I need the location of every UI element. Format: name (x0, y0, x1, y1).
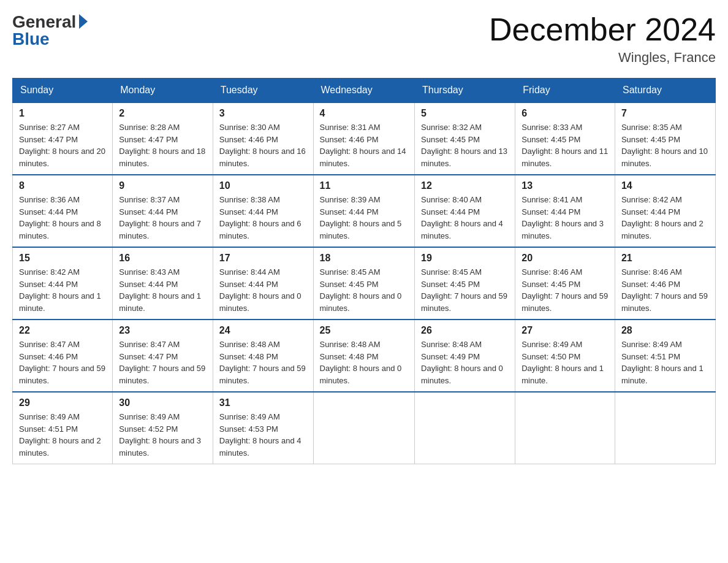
day-info: Sunrise: 8:47 AMSunset: 4:47 PMDaylight:… (119, 340, 205, 385)
month-title: December 2024 (489, 12, 716, 47)
calendar-cell (313, 392, 415, 464)
day-number: 25 (320, 325, 409, 336)
week-row-5: 29 Sunrise: 8:49 AMSunset: 4:51 PMDaylig… (13, 392, 716, 464)
day-number: 22 (19, 325, 106, 336)
calendar-cell: 16 Sunrise: 8:43 AMSunset: 4:44 PMDaylig… (113, 247, 213, 320)
day-info: Sunrise: 8:42 AMSunset: 4:44 PMDaylight:… (621, 195, 703, 240)
day-info: Sunrise: 8:42 AMSunset: 4:44 PMDaylight:… (19, 267, 101, 313)
day-info: Sunrise: 8:39 AMSunset: 4:44 PMDaylight:… (320, 195, 402, 240)
day-info: Sunrise: 8:36 AMSunset: 4:44 PMDaylight:… (19, 195, 101, 240)
day-number: 10 (219, 180, 307, 191)
day-info: Sunrise: 8:49 AMSunset: 4:52 PMDaylight:… (119, 412, 201, 458)
calendar-cell: 27 Sunrise: 8:49 AMSunset: 4:50 PMDaylig… (515, 320, 615, 392)
calendar-cell: 21 Sunrise: 8:46 AMSunset: 4:46 PMDaylig… (615, 247, 715, 320)
day-number: 1 (19, 108, 106, 119)
day-number: 7 (621, 108, 709, 119)
day-info: Sunrise: 8:30 AMSunset: 4:46 PMDaylight:… (219, 123, 306, 168)
calendar-cell: 22 Sunrise: 8:47 AMSunset: 4:46 PMDaylig… (13, 320, 113, 392)
day-info: Sunrise: 8:49 AMSunset: 4:53 PMDaylight:… (219, 412, 301, 458)
week-row-1: 1 Sunrise: 8:27 AMSunset: 4:47 PMDayligh… (13, 102, 716, 175)
calendar-cell: 30 Sunrise: 8:49 AMSunset: 4:52 PMDaylig… (113, 392, 213, 464)
day-number: 21 (621, 253, 709, 264)
week-row-3: 15 Sunrise: 8:42 AMSunset: 4:44 PMDaylig… (13, 247, 716, 320)
day-info: Sunrise: 8:37 AMSunset: 4:44 PMDaylight:… (119, 195, 201, 240)
day-number: 18 (320, 253, 409, 264)
day-info: Sunrise: 8:46 AMSunset: 4:46 PMDaylight:… (621, 267, 708, 313)
day-number: 29 (19, 397, 106, 408)
day-number: 8 (19, 180, 106, 191)
day-info: Sunrise: 8:48 AMSunset: 4:48 PMDaylight:… (219, 340, 306, 385)
calendar-cell: 18 Sunrise: 8:45 AMSunset: 4:45 PMDaylig… (313, 247, 415, 320)
logo-blue-text: Blue (12, 29, 88, 49)
calendar-cell: 13 Sunrise: 8:41 AMSunset: 4:44 PMDaylig… (515, 175, 615, 247)
week-row-4: 22 Sunrise: 8:47 AMSunset: 4:46 PMDaylig… (13, 320, 716, 392)
calendar-cell: 3 Sunrise: 8:30 AMSunset: 4:46 PMDayligh… (213, 102, 313, 175)
location: Wingles, France (489, 50, 716, 66)
day-info: Sunrise: 8:40 AMSunset: 4:44 PMDaylight:… (421, 195, 503, 240)
calendar-cell: 25 Sunrise: 8:48 AMSunset: 4:48 PMDaylig… (313, 320, 415, 392)
day-info: Sunrise: 8:28 AMSunset: 4:47 PMDaylight:… (119, 123, 205, 168)
day-number: 5 (421, 108, 509, 119)
day-number: 26 (421, 325, 509, 336)
calendar-cell: 24 Sunrise: 8:48 AMSunset: 4:48 PMDaylig… (213, 320, 313, 392)
calendar-cell: 8 Sunrise: 8:36 AMSunset: 4:44 PMDayligh… (13, 175, 113, 247)
day-info: Sunrise: 8:45 AMSunset: 4:45 PMDaylight:… (320, 267, 402, 313)
day-number: 30 (119, 397, 206, 408)
day-number: 3 (219, 108, 307, 119)
calendar-cell: 20 Sunrise: 8:46 AMSunset: 4:45 PMDaylig… (515, 247, 615, 320)
day-info: Sunrise: 8:46 AMSunset: 4:45 PMDaylight:… (521, 267, 608, 313)
logo-arrow-icon (79, 14, 88, 29)
calendar-cell: 10 Sunrise: 8:38 AMSunset: 4:44 PMDaylig… (213, 175, 313, 247)
calendar-cell (415, 392, 515, 464)
col-header-sunday: Sunday (13, 79, 113, 103)
calendar-cell: 15 Sunrise: 8:42 AMSunset: 4:44 PMDaylig… (13, 247, 113, 320)
day-number: 6 (521, 108, 609, 119)
day-number: 12 (421, 180, 509, 191)
day-info: Sunrise: 8:44 AMSunset: 4:44 PMDaylight:… (219, 267, 301, 313)
logo: General Blue (12, 12, 88, 49)
day-number: 31 (219, 397, 307, 408)
col-header-monday: Monday (113, 79, 213, 103)
week-row-2: 8 Sunrise: 8:36 AMSunset: 4:44 PMDayligh… (13, 175, 716, 247)
col-header-saturday: Saturday (615, 79, 715, 103)
day-info: Sunrise: 8:38 AMSunset: 4:44 PMDaylight:… (219, 195, 301, 240)
calendar-cell (515, 392, 615, 464)
calendar-cell: 14 Sunrise: 8:42 AMSunset: 4:44 PMDaylig… (615, 175, 715, 247)
day-number: 2 (119, 108, 206, 119)
day-number: 27 (521, 325, 609, 336)
calendar-cell: 4 Sunrise: 8:31 AMSunset: 4:46 PMDayligh… (313, 102, 415, 175)
calendar-cell: 17 Sunrise: 8:44 AMSunset: 4:44 PMDaylig… (213, 247, 313, 320)
calendar-cell: 2 Sunrise: 8:28 AMSunset: 4:47 PMDayligh… (113, 102, 213, 175)
calendar-cell (615, 392, 715, 464)
calendar-cell: 28 Sunrise: 8:49 AMSunset: 4:51 PMDaylig… (615, 320, 715, 392)
day-info: Sunrise: 8:33 AMSunset: 4:45 PMDaylight:… (521, 123, 608, 168)
day-info: Sunrise: 8:45 AMSunset: 4:45 PMDaylight:… (421, 267, 507, 313)
day-info: Sunrise: 8:41 AMSunset: 4:44 PMDaylight:… (521, 195, 604, 240)
calendar-cell: 6 Sunrise: 8:33 AMSunset: 4:45 PMDayligh… (515, 102, 615, 175)
calendar-cell: 11 Sunrise: 8:39 AMSunset: 4:44 PMDaylig… (313, 175, 415, 247)
calendar-cell: 5 Sunrise: 8:32 AMSunset: 4:45 PMDayligh… (415, 102, 515, 175)
calendar-cell: 7 Sunrise: 8:35 AMSunset: 4:45 PMDayligh… (615, 102, 715, 175)
day-number: 9 (119, 180, 206, 191)
day-number: 11 (320, 180, 409, 191)
calendar-cell: 31 Sunrise: 8:49 AMSunset: 4:53 PMDaylig… (213, 392, 313, 464)
calendar-cell: 9 Sunrise: 8:37 AMSunset: 4:44 PMDayligh… (113, 175, 213, 247)
col-header-thursday: Thursday (415, 79, 515, 103)
page-header: General Blue December 2024 Wingles, Fran… (12, 12, 716, 66)
calendar-cell: 23 Sunrise: 8:47 AMSunset: 4:47 PMDaylig… (113, 320, 213, 392)
day-number: 16 (119, 253, 206, 264)
day-number: 19 (421, 253, 509, 264)
day-info: Sunrise: 8:32 AMSunset: 4:45 PMDaylight:… (421, 123, 507, 168)
col-header-friday: Friday (515, 79, 615, 103)
day-info: Sunrise: 8:27 AMSunset: 4:47 PMDaylight:… (19, 123, 105, 168)
day-number: 17 (219, 253, 307, 264)
day-number: 24 (219, 325, 307, 336)
day-info: Sunrise: 8:31 AMSunset: 4:46 PMDaylight:… (320, 123, 406, 168)
calendar-table: SundayMondayTuesdayWednesdayThursdayFrid… (12, 78, 716, 464)
day-number: 23 (119, 325, 206, 336)
calendar-cell: 26 Sunrise: 8:48 AMSunset: 4:49 PMDaylig… (415, 320, 515, 392)
day-number: 13 (521, 180, 609, 191)
day-number: 15 (19, 253, 106, 264)
col-header-wednesday: Wednesday (313, 79, 415, 103)
day-info: Sunrise: 8:47 AMSunset: 4:46 PMDaylight:… (19, 340, 105, 385)
